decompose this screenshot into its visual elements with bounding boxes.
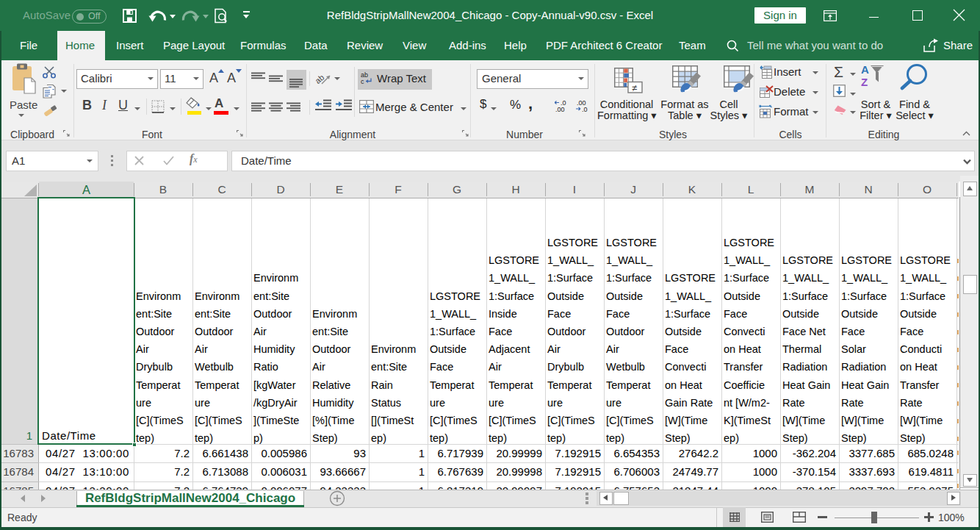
svg-text:.0: .0	[582, 106, 588, 112]
svg-text:≠: ≠	[632, 82, 637, 93]
svg-text:.00: .00	[555, 106, 565, 112]
svg-text:c: c	[361, 78, 364, 85]
svg-text:ab: ab	[316, 73, 325, 85]
svg-text:Z: Z	[861, 76, 868, 88]
svg-text:A: A	[861, 63, 869, 76]
